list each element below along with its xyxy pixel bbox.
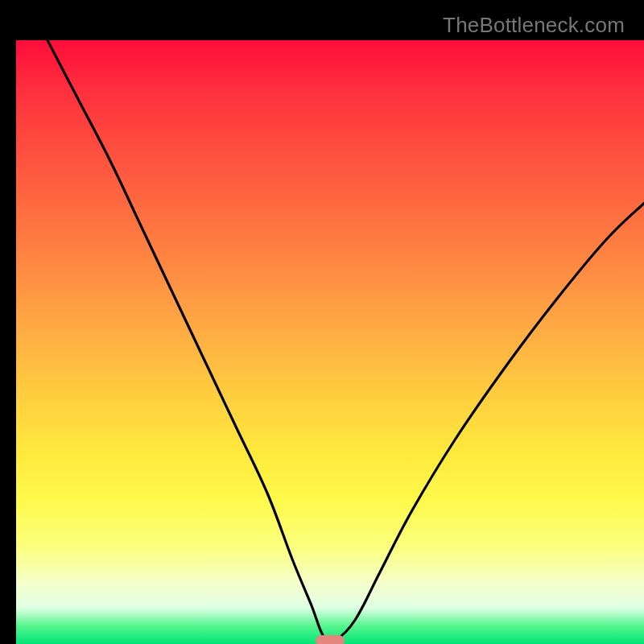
bottleneck-curve (47, 40, 644, 642)
watermark-text: TheBottleneck.com (443, 13, 625, 38)
curve-svg (16, 40, 644, 644)
optimal-marker (316, 635, 345, 644)
plot-area (16, 40, 644, 644)
chart-frame: TheBottleneck.com (8, 8, 636, 636)
